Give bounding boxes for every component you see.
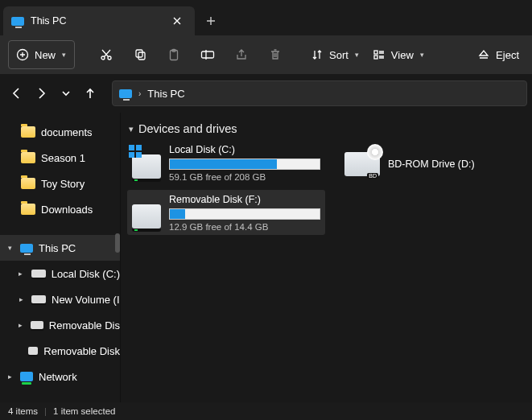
navigation-pane[interactable]: documents Season 1 Toy Story Downloads ▾…	[0, 113, 120, 402]
quickaccess-toystory[interactable]: Toy Story	[0, 171, 120, 196]
sidebar-item-label: Removable Disk	[43, 345, 120, 357]
address-bar[interactable]: › This PC	[112, 80, 527, 106]
svg-point-1	[101, 56, 105, 60]
cut-button[interactable]	[91, 40, 122, 69]
sidebar-item-label: Local Disk (C:)	[52, 268, 120, 280]
back-button[interactable]	[6, 82, 28, 105]
trash-icon	[268, 47, 282, 62]
storage-bar	[169, 208, 320, 220]
eject-button[interactable]: Eject	[472, 40, 524, 69]
cut-icon	[99, 47, 113, 62]
share-icon	[234, 47, 249, 62]
tab-this-pc[interactable]: This PC	[3, 6, 195, 35]
tree-local-disk-c[interactable]: ▸ Local Disk (C:)	[0, 261, 120, 286]
drive-bdrom-d[interactable]: BD BD-ROM Drive (D:)	[340, 140, 501, 185]
sidebar-item-label: This PC	[39, 242, 76, 254]
eject-label: Eject	[496, 49, 519, 61]
chevron-down-icon: ▾	[420, 51, 424, 59]
chevron-right-icon[interactable]: ▸	[16, 270, 26, 278]
plus-circle-icon	[15, 47, 30, 62]
address-text: This PC	[147, 88, 184, 100]
chevron-right-icon[interactable]: ▸	[16, 321, 25, 329]
status-bar: 4 items | 1 item selected	[0, 402, 532, 420]
this-pc-icon	[11, 17, 24, 26]
this-pc-icon	[119, 89, 132, 98]
sort-button[interactable]: Sort ▾	[305, 40, 364, 69]
tab-strip: This PC	[0, 0, 532, 35]
new-tab-button[interactable]	[195, 6, 227, 35]
tree-removable-1[interactable]: ▸ Removable Dis	[0, 312, 120, 338]
drive-local-disk-c[interactable]: Local Disk (C:) 59.1 GB free of 208 GB	[127, 140, 325, 185]
network-icon	[20, 372, 33, 381]
recent-locations-button[interactable]	[55, 82, 77, 105]
folder-icon	[21, 178, 35, 189]
chevron-down-icon: ▾	[62, 51, 66, 59]
rename-icon	[200, 47, 215, 62]
sidebar-scrollbar[interactable]	[115, 233, 120, 253]
drive-freespace: 59.1 GB free of 208 GB	[169, 172, 320, 182]
svg-rect-4	[138, 52, 145, 60]
chevron-down-icon: ▾	[129, 124, 134, 134]
sort-icon	[310, 47, 324, 62]
tree-removable-2[interactable]: ▸ Removable Disk	[0, 338, 120, 364]
close-tab-icon[interactable]	[167, 11, 187, 31]
rename-button[interactable]	[192, 40, 223, 69]
tree-new-volume[interactable]: ▸ New Volume (I	[0, 286, 120, 312]
storage-bar	[169, 159, 320, 170]
drive-icon	[28, 347, 38, 355]
this-pc-icon	[20, 244, 33, 253]
sidebar-item-label: Downloads	[41, 204, 93, 216]
nav-row: › This PC	[0, 74, 532, 113]
sort-label: Sort	[329, 49, 348, 61]
folder-icon	[21, 126, 35, 138]
copy-button[interactable]	[125, 40, 155, 69]
view-button[interactable]: View ▾	[367, 40, 429, 69]
drive-removable-f[interactable]: Removable Disk (F:) 12.9 GB free of 14.4…	[127, 190, 325, 235]
view-label: View	[391, 49, 414, 61]
drive-freespace: 12.9 GB free of 14.4 GB	[169, 222, 320, 232]
quickaccess-downloads[interactable]: Downloads	[0, 196, 120, 222]
drive-icon	[31, 270, 46, 278]
drive-name: Removable Disk (F:)	[169, 194, 320, 205]
quickaccess-season1[interactable]: Season 1	[0, 145, 120, 171]
delete-button[interactable]	[260, 40, 291, 69]
group-devices-drives[interactable]: ▾ Devices and drives	[129, 122, 526, 135]
sidebar-item-label: New Volume (I	[52, 294, 120, 306]
command-bar: New ▾ Sort ▾	[0, 35, 532, 74]
tree-this-pc[interactable]: ▾ This PC	[0, 235, 120, 261]
view-icon	[372, 47, 386, 62]
group-header-label: Devices and drives	[138, 122, 237, 135]
svg-rect-3	[136, 50, 142, 57]
sidebar-item-label: Removable Dis	[49, 319, 120, 331]
tree-network[interactable]: ▸ Network	[0, 364, 120, 389]
drive-name: BD-ROM Drive (D:)	[388, 159, 496, 170]
paste-button[interactable]	[159, 40, 189, 69]
svg-rect-9	[374, 56, 377, 59]
sidebar-item-label: Network	[39, 371, 77, 383]
share-button[interactable]	[226, 40, 257, 69]
content-pane[interactable]: ▾ Devices and drives Local Disk (C:) 59.…	[120, 113, 532, 402]
paste-icon	[167, 47, 181, 62]
chevron-right-icon[interactable]: ▸	[16, 295, 26, 303]
separator: |	[44, 406, 47, 416]
quickaccess-documents[interactable]: documents	[0, 119, 120, 145]
drive-name: Local Disk (C:)	[169, 144, 320, 155]
status-selected-count: 1 item selected	[53, 406, 115, 416]
new-button[interactable]: New ▾	[8, 40, 75, 69]
drive-icon	[31, 295, 46, 303]
drive-icon	[132, 154, 161, 179]
sidebar-item-label: documents	[41, 126, 93, 138]
folder-icon	[21, 152, 35, 163]
new-label: New	[35, 49, 56, 61]
bdrom-icon: BD	[344, 152, 380, 176]
svg-rect-8	[374, 51, 377, 54]
sidebar-item-label: Toy Story	[41, 178, 85, 190]
chevron-right-icon: ›	[138, 89, 141, 98]
svg-rect-7	[202, 51, 214, 58]
status-item-count: 4 items	[8, 406, 38, 416]
up-button[interactable]	[79, 82, 101, 105]
sidebar-item-label: Season 1	[41, 152, 85, 164]
forward-button[interactable]	[30, 82, 52, 105]
chevron-down-icon[interactable]: ▾	[5, 244, 14, 252]
chevron-right-icon[interactable]: ▸	[5, 373, 14, 381]
